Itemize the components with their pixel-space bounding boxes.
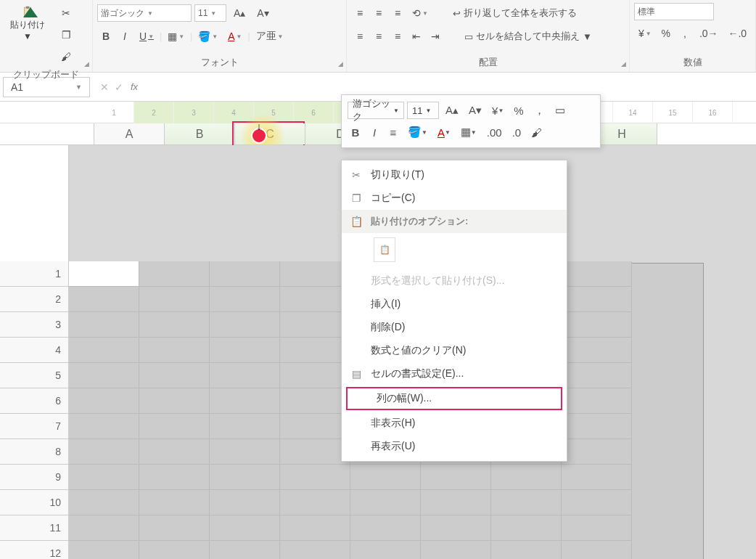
cell[interactable] [69,363,139,388]
cell[interactable] [210,465,280,490]
cell[interactable] [280,515,350,541]
cell[interactable] [210,439,280,465]
italic-button[interactable]: I [116,26,133,46]
row-header-1[interactable]: 1 [0,261,68,287]
cell[interactable] [350,541,421,559]
cell[interactable] [139,439,210,465]
mini-accounting[interactable]: ¥▼ [488,101,507,120]
cell[interactable] [280,338,350,363]
ctx-format-cells[interactable]: ▤ セルの書式設定(E)... [342,362,567,385]
row-header-10[interactable]: 10 [0,490,68,515]
cell[interactable] [280,312,350,338]
phonetic-button[interactable]: ア亜▼ [252,26,288,46]
cell[interactable] [280,465,350,490]
cell[interactable] [350,490,421,515]
cell[interactable] [280,287,350,312]
ctx-insert[interactable]: 挿入(I) [342,293,567,316]
cell[interactable] [139,414,210,439]
cell[interactable] [421,515,491,541]
align-left-button[interactable]: ≡ [351,26,369,46]
cell[interactable] [562,388,632,414]
column-header-B[interactable]: B [165,123,235,144]
percent-button[interactable]: % [657,23,675,44]
cell[interactable] [139,312,210,338]
mini-font-combo[interactable]: 游ゴシック▼ [348,102,404,119]
cell[interactable] [210,414,280,439]
dialog-launcher-icon[interactable]: ◢ [84,60,89,68]
row-header-3[interactable]: 3 [0,312,68,338]
cell[interactable] [139,388,210,414]
orientation-button[interactable]: ⟲▼ [408,3,432,23]
mini-increase-font[interactable]: A▴ [442,101,462,120]
decrease-decimal-button[interactable]: ←.0 [723,23,751,44]
cell[interactable] [562,439,632,465]
number-format-combo[interactable]: 標準 [634,3,714,20]
column-header-C[interactable]: C [235,123,305,144]
row-header-4[interactable]: 4 [0,338,68,363]
select-all-corner[interactable] [0,123,94,144]
cell[interactable] [69,490,139,515]
decrease-indent-button[interactable]: ⇤ [408,26,425,46]
align-top-button[interactable]: ≡ [351,3,369,23]
font-size-combo[interactable]: 11▼ [194,4,226,22]
cell[interactable] [350,515,421,541]
cell[interactable] [210,363,280,388]
ctx-cut[interactable]: ✂ 切り取り(T) [342,163,567,187]
dialog-launcher-icon[interactable]: ◢ [621,60,626,68]
cell[interactable] [562,287,632,312]
cell[interactable] [69,261,139,287]
cell[interactable] [421,490,491,515]
cell[interactable] [210,338,280,363]
row-header-7[interactable]: 7 [0,414,68,439]
cell[interactable] [350,465,421,490]
cell[interactable] [491,541,562,559]
cell[interactable] [210,490,280,515]
cell[interactable] [210,287,280,312]
fx-label[interactable]: fx [131,81,138,92]
ctx-column-width[interactable]: 列の幅(W)... [346,387,562,410]
cell[interactable] [491,490,562,515]
format-painter-button[interactable]: 🖌 [57,46,75,67]
cell[interactable] [69,287,139,312]
cell[interactable] [280,261,350,287]
cell[interactable] [421,465,491,490]
cell[interactable] [69,541,139,559]
cell[interactable] [69,312,139,338]
cell[interactable] [69,338,139,363]
cell[interactable] [491,465,562,490]
cell[interactable] [562,541,632,559]
ctx-copy[interactable]: ❐ コピー(C) [342,187,567,210]
mini-bold[interactable]: B [348,123,363,142]
ctx-paste-default[interactable]: 📋 [374,237,395,262]
align-middle-button[interactable]: ≡ [370,3,387,23]
cell[interactable] [139,490,210,515]
accept-formula-icon[interactable]: ✓ [115,81,123,93]
mini-align[interactable]: ≡ [385,123,401,142]
cell[interactable] [562,261,632,287]
cell[interactable] [210,515,280,541]
row-header-6[interactable]: 6 [0,388,68,414]
copy-button[interactable]: ❐ [57,25,75,45]
mini-font-color[interactable]: A▼ [434,123,454,142]
mini-decrease-font[interactable]: A▾ [465,101,485,120]
cell[interactable] [139,363,210,388]
align-right-button[interactable]: ≡ [389,26,406,46]
border-button[interactable]: ▦▼ [163,26,189,46]
accounting-format-button[interactable]: ¥▼ [634,23,656,44]
cell[interactable] [562,515,632,541]
cell[interactable] [139,465,210,490]
mini-border[interactable]: ▦▼ [457,123,480,142]
cell[interactable] [280,363,350,388]
ctx-delete[interactable]: 削除(D) [342,316,567,339]
merge-center-button[interactable]: ▭ セルを結合して中央揃え ▼ [460,27,596,46]
cell[interactable] [210,312,280,338]
bold-button[interactable]: B [97,26,115,46]
cell[interactable] [280,388,350,414]
cell[interactable] [562,338,632,363]
cell[interactable] [280,490,350,515]
ctx-clear[interactable]: 数式と値のクリア(N) [342,339,567,362]
cell[interactable] [139,541,210,559]
cell[interactable] [139,338,210,363]
fill-color-button[interactable]: 🪣▼ [194,26,222,46]
ruler-margin-marker[interactable] [23,7,38,17]
